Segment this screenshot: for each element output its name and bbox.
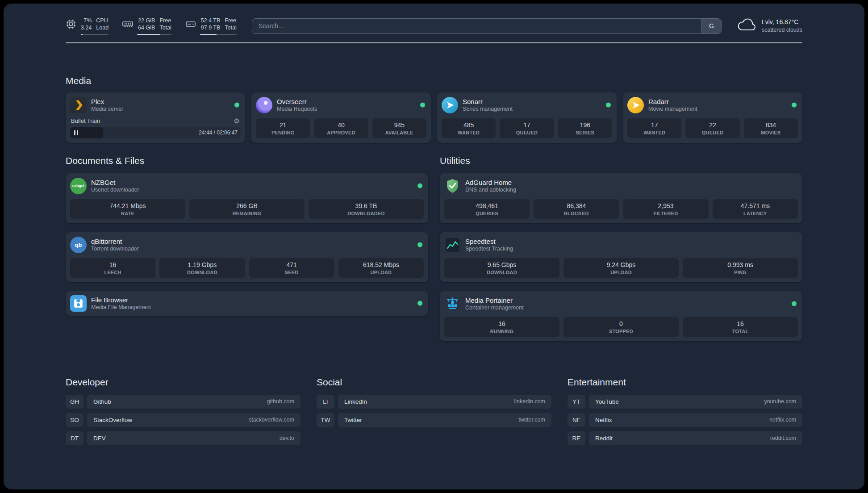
gear-icon[interactable]: ⚙ — [234, 117, 240, 124]
bookmark-github[interactable]: GH Github github.com — [66, 395, 300, 409]
bookmark-abbr: DT — [66, 431, 83, 445]
playback-progress-bar[interactable]: 24:44 / 02:06:47 — [70, 127, 241, 138]
service-card-filebrowser[interactable]: File Browser Media File Management — [66, 291, 428, 316]
service-name: Media Portainer — [465, 297, 524, 304]
section-media: Media Plex Media server — [66, 75, 802, 143]
service-description: Container management — [465, 305, 524, 311]
cpu-usage-bar — [81, 34, 108, 35]
stat-filtered: 2,953 FILTERED — [623, 199, 709, 219]
bookmark-name: Reddit — [595, 435, 613, 442]
service-card-adguard[interactable]: AdGuard Home DNS and adblocking 498,461 … — [440, 173, 802, 223]
weather-widget: Lviv, 16.87°C scattered clouds — [737, 17, 802, 34]
dashboard: 7% 3.24 CPU Load — [4, 4, 864, 489]
service-description: Usenet downloader — [91, 187, 139, 193]
portainer-icon — [444, 296, 461, 312]
service-card-speedtest[interactable]: Speedtest Speedtest Tracking 9.65 Gbps D… — [440, 232, 802, 282]
memory-total-value: 64 GiB — [138, 24, 155, 31]
stat-wanted: 17 WANTED — [627, 118, 681, 138]
bookmark-name: DEV — [93, 435, 106, 442]
service-description: Series management — [463, 106, 513, 112]
bookmark-name: Twitter — [344, 417, 362, 423]
service-name: NZBGet — [91, 179, 139, 186]
stat-downloaded: 39.6 TB DOWNLOADED — [309, 199, 424, 219]
nzbget-icon: nzbget — [70, 178, 87, 194]
disk-total-value: 97.9 TB — [201, 24, 221, 31]
stat-latency: 47.571 ms LATENCY — [713, 199, 798, 219]
service-description: Media File Management — [91, 304, 151, 310]
bookmark-group-developer: Developer GH Github github.com SO StackO… — [66, 377, 300, 445]
service-name: Speedtest — [465, 238, 513, 245]
service-card-portainer[interactable]: Media Portainer Container management 16 … — [440, 291, 802, 341]
stat-blocked: 86,384 BLOCKED — [534, 199, 619, 219]
service-description: Movie management — [648, 106, 697, 112]
bookmark-abbr: SO — [66, 413, 83, 427]
bookmark-name: YouTube — [595, 398, 619, 405]
service-card-overseerr[interactable]: Overseerr Media Requests 21 PENDING 40 A… — [251, 92, 431, 143]
service-description: Media server — [91, 106, 123, 112]
memory-usage-bar — [137, 34, 171, 35]
bookmark-youtube[interactable]: YT YouTube youtube.com — [568, 395, 802, 409]
service-card-qbittorrent[interactable]: qb qBittorrent Torrent downloader 16 LEE… — [66, 232, 428, 282]
stat-download: 9.65 Gbps DOWNLOAD — [444, 258, 559, 278]
disk-usage-bar — [200, 34, 237, 35]
playback-time: 24:44 / 02:06:47 — [199, 130, 238, 136]
status-dot — [792, 301, 797, 306]
bookmark-linkedin[interactable]: LI LinkedIn linkedin.com — [317, 395, 551, 409]
status-dot — [234, 103, 239, 108]
top-bar: 7% 3.24 CPU Load — [66, 4, 802, 35]
bookmark-twitter[interactable]: TW Twitter twitter.com — [317, 413, 551, 427]
section-documents-files: Documents & Files nzbget NZBGet Usenet d… — [66, 155, 428, 341]
bookmark-domain: stackoverflow.com — [249, 417, 294, 423]
section-title-media: Media — [66, 75, 802, 86]
bookmark-reddit[interactable]: RE Reddit reddit.com — [568, 431, 802, 445]
service-name: Radarr — [648, 98, 697, 105]
bookmark-dev[interactable]: DT DEV dev.to — [66, 431, 300, 445]
stat-queued: 22 QUEUED — [685, 118, 739, 138]
cpu-icon — [66, 19, 76, 29]
disk-free-label: Free — [225, 17, 236, 24]
section-title-utilities: Utilities — [440, 155, 802, 166]
bookmark-group-social: Social LI LinkedIn linkedin.com TW Twitt… — [317, 377, 551, 445]
cpu-usage-label: CPU — [96, 17, 108, 24]
bookmark-name: StackOverflow — [93, 417, 132, 423]
section-title-social: Social — [317, 377, 551, 388]
stat-pending: 21 PENDING — [256, 118, 310, 138]
bookmark-domain: github.com — [267, 398, 294, 405]
pause-icon[interactable] — [74, 130, 78, 135]
bookmark-group-entertainment: Entertainment YT YouTube youtube.com NF … — [568, 377, 802, 445]
status-dot — [417, 242, 422, 247]
radarr-icon — [627, 97, 644, 113]
memory-free-label: Free — [159, 17, 171, 24]
disk-total-label: Total — [225, 24, 236, 31]
service-card-radarr[interactable]: Radarr Movie management 17 WANTED 22 QUE… — [623, 92, 802, 143]
sonarr-icon — [442, 97, 458, 113]
section-title-entertainment: Entertainment — [568, 377, 802, 388]
bookmark-domain: youtube.com — [764, 398, 796, 405]
status-dot — [792, 103, 797, 108]
bookmark-domain: linkedin.com — [514, 398, 545, 405]
status-dot — [606, 103, 611, 108]
service-name: qBittorrent — [91, 238, 139, 245]
memory-icon — [122, 18, 134, 30]
service-name: AdGuard Home — [465, 179, 516, 186]
bookmark-netflix[interactable]: NF Netflix netflix.com — [568, 413, 802, 427]
service-card-nzbget[interactable]: nzbget NZBGet Usenet downloader 744.21 M… — [66, 173, 428, 223]
service-card-plex[interactable]: Plex Media server Bullet Train ⚙ — [66, 92, 245, 143]
bookmark-name: Netflix — [595, 417, 612, 423]
bookmark-abbr: TW — [317, 413, 334, 427]
service-name: Sonarr — [463, 98, 513, 105]
stat-running: 16 RUNNING — [444, 317, 559, 337]
service-card-sonarr[interactable]: Sonarr Series management 485 WANTED 17 Q… — [437, 92, 617, 143]
cpu-widget: 7% 3.24 CPU Load — [66, 17, 108, 35]
search-input[interactable] — [252, 19, 701, 33]
stat-available: 945 AVAILABLE — [372, 118, 426, 138]
search-provider-button[interactable]: G — [701, 19, 721, 33]
bookmark-abbr: YT — [568, 395, 585, 409]
bookmark-stackoverflow[interactable]: SO StackOverflow stackoverflow.com — [66, 413, 300, 427]
stat-upload: 9.24 Gbps UPLOAD — [563, 258, 679, 278]
now-playing-title: Bullet Train — [71, 117, 100, 124]
plex-now-playing: Bullet Train ⚙ 24:44 / 02:06:47 — [70, 117, 241, 138]
cpu-load-value: 3.24 — [81, 24, 92, 31]
disk-free-value: 52.4 TB — [201, 17, 221, 24]
bookmark-abbr: RE — [568, 431, 585, 445]
